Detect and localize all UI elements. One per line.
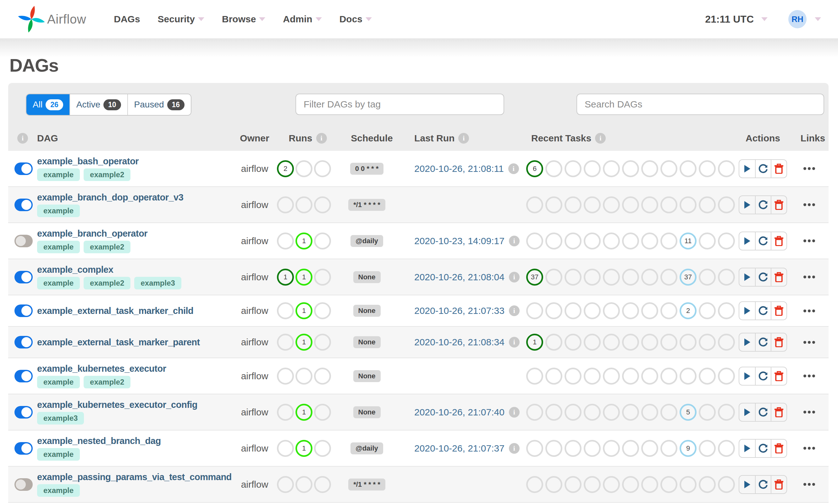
refresh-dag-button[interactable]: [755, 302, 771, 320]
tab-all[interactable]: All26: [26, 94, 70, 115]
dag-links-menu[interactable]: [796, 341, 815, 344]
col-recent-tasks[interactable]: Recent Tasksi: [526, 133, 606, 144]
dag-tag[interactable]: example2: [84, 168, 130, 181]
dag-pause-toggle[interactable]: [15, 199, 33, 211]
dag-tag[interactable]: example: [37, 241, 80, 253]
state-circle[interactable]: [565, 269, 582, 286]
schedule-badge[interactable]: None: [353, 336, 381, 348]
refresh-dag-button[interactable]: [755, 439, 771, 457]
delete-dag-button[interactable]: [771, 367, 786, 385]
schedule-badge[interactable]: None: [353, 370, 381, 382]
state-circle[interactable]: [545, 196, 562, 213]
dag-links-menu[interactable]: [796, 275, 815, 278]
dag-tag[interactable]: example: [37, 168, 80, 181]
state-circle[interactable]: [584, 269, 601, 286]
state-circle[interactable]: [641, 367, 658, 384]
state-circle[interactable]: [718, 476, 735, 493]
last-run-link[interactable]: 2020-10-26, 21:08:04: [414, 272, 504, 283]
state-circle[interactable]: [584, 440, 601, 457]
state-circle[interactable]: [641, 160, 658, 177]
state-circle[interactable]: [603, 367, 620, 384]
dag-links-menu[interactable]: [796, 375, 815, 377]
state-circle[interactable]: [565, 196, 582, 213]
state-circle[interactable]: [565, 160, 582, 177]
dag-name-link[interactable]: example_bash_operator: [37, 156, 139, 166]
state-circle[interactable]: 1: [526, 334, 543, 351]
state-circle[interactable]: 6: [526, 160, 543, 177]
state-circle[interactable]: [314, 160, 331, 177]
dag-links-menu[interactable]: [796, 167, 815, 170]
state-circle[interactable]: [565, 233, 582, 250]
state-circle[interactable]: [584, 334, 601, 351]
state-circle[interactable]: [699, 160, 716, 177]
tab-paused[interactable]: Paused16: [127, 94, 191, 115]
state-circle[interactable]: [660, 476, 677, 493]
state-circle[interactable]: [603, 302, 620, 319]
state-circle[interactable]: [277, 196, 294, 213]
state-circle[interactable]: [545, 302, 562, 319]
tab-active[interactable]: Active10: [70, 94, 127, 115]
schedule-badge[interactable]: 0 0 * * *: [350, 163, 384, 175]
delete-dag-button[interactable]: [771, 232, 786, 250]
state-circle[interactable]: [699, 233, 716, 250]
state-circle[interactable]: 37: [680, 269, 697, 286]
refresh-dag-button[interactable]: [755, 334, 771, 351]
state-circle[interactable]: [565, 334, 582, 351]
info-icon[interactable]: i: [458, 133, 469, 144]
utc-clock[interactable]: 21:11 UTC: [705, 14, 754, 25]
trigger-dag-button[interactable]: [739, 232, 755, 250]
state-circle[interactable]: [526, 476, 543, 493]
dag-tag[interactable]: example: [37, 277, 80, 289]
trigger-dag-button[interactable]: [739, 196, 755, 214]
dag-name-link[interactable]: example_external_task_marker_parent: [37, 337, 200, 347]
dag-pause-toggle[interactable]: [15, 442, 33, 455]
state-circle[interactable]: [660, 233, 677, 250]
state-circle[interactable]: [699, 404, 716, 421]
dag-pause-toggle[interactable]: [15, 370, 33, 382]
state-circle[interactable]: [603, 334, 620, 351]
state-circle[interactable]: 1: [277, 269, 294, 286]
state-circle[interactable]: [526, 196, 543, 213]
info-icon[interactable]: i: [509, 407, 520, 418]
trigger-dag-button[interactable]: [739, 367, 755, 385]
state-circle[interactable]: [718, 196, 735, 213]
state-circle[interactable]: [277, 302, 294, 319]
dag-pause-toggle[interactable]: [15, 271, 33, 284]
state-circle[interactable]: 1: [296, 269, 313, 286]
state-circle[interactable]: [545, 367, 562, 384]
nav-item-admin[interactable]: Admin: [274, 14, 331, 24]
state-circle[interactable]: [314, 334, 331, 351]
info-icon[interactable]: i: [17, 133, 28, 144]
state-circle[interactable]: [584, 476, 601, 493]
state-circle[interactable]: [526, 302, 543, 319]
state-circle[interactable]: [277, 334, 294, 351]
dag-name-link[interactable]: example_kubernetes_executor: [37, 363, 166, 374]
dag-name-link[interactable]: example_branch_dop_operator_v3: [37, 192, 183, 203]
state-circle[interactable]: [314, 476, 331, 493]
refresh-dag-button[interactable]: [755, 160, 771, 178]
dag-pause-toggle[interactable]: [15, 336, 33, 348]
state-circle[interactable]: [680, 334, 697, 351]
state-circle[interactable]: 1: [296, 334, 313, 351]
search-input[interactable]: [576, 94, 824, 115]
state-circle[interactable]: [584, 233, 601, 250]
state-circle[interactable]: [545, 334, 562, 351]
state-circle[interactable]: [699, 334, 716, 351]
state-circle[interactable]: 5: [680, 404, 697, 421]
info-icon[interactable]: i: [316, 133, 327, 144]
dag-links-menu[interactable]: [796, 411, 815, 414]
state-circle[interactable]: [277, 404, 294, 421]
dag-tag[interactable]: example3: [134, 277, 181, 289]
info-icon[interactable]: i: [508, 163, 519, 174]
last-run-link[interactable]: 2020-10-23, 14:09:17: [414, 236, 504, 246]
state-circle[interactable]: [622, 334, 639, 351]
delete-dag-button[interactable]: [771, 268, 786, 286]
state-circle[interactable]: [622, 160, 639, 177]
dag-tag[interactable]: example2: [84, 241, 130, 253]
state-circle[interactable]: [680, 160, 697, 177]
state-circle[interactable]: 37: [526, 269, 543, 286]
dag-tag[interactable]: example2: [84, 376, 130, 389]
state-circle[interactable]: [699, 196, 716, 213]
state-circle[interactable]: [565, 404, 582, 421]
state-circle[interactable]: [641, 476, 658, 493]
